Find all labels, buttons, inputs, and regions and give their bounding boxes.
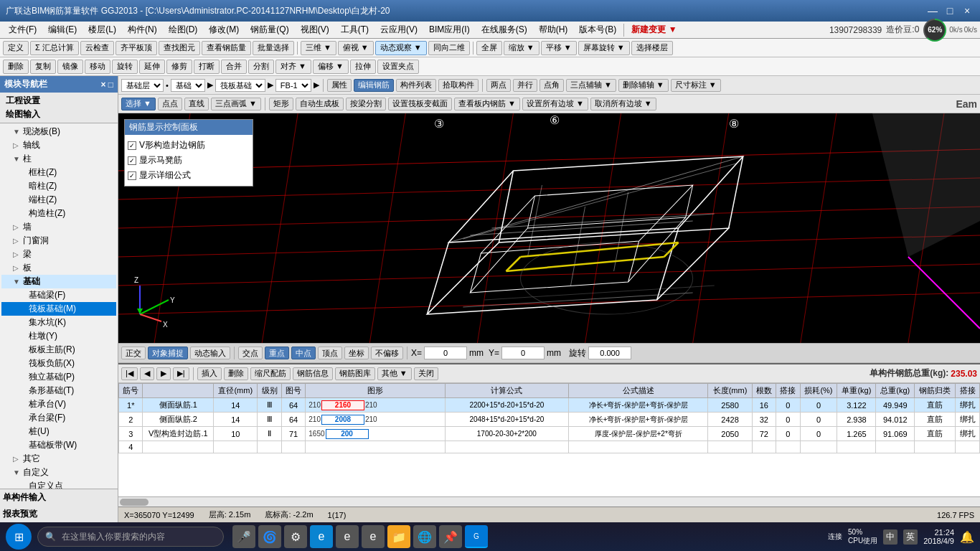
btn-rotate[interactable]: 旋转: [112, 60, 138, 74]
taskbar-app-8[interactable]: 🌐: [413, 525, 436, 548]
btn-point-angle[interactable]: 点角: [540, 79, 564, 92]
taskbar-lang[interactable]: 中: [883, 529, 897, 545]
taskbar-app-2[interactable]: 🌀: [258, 525, 281, 548]
menu-edit[interactable]: 编辑(E): [42, 22, 83, 37]
minimize-button[interactable]: —: [925, 4, 940, 18]
btn-dynamic-view[interactable]: 动态观察 ▼: [375, 41, 427, 55]
sidebar-item-single-input[interactable]: 单构件输入: [0, 489, 118, 506]
btn-auto-gen[interactable]: 自动生成板: [296, 98, 344, 110]
btn-split[interactable]: 分割: [248, 60, 274, 74]
sidebar-item-report[interactable]: 报表预览: [0, 506, 118, 522]
sidebar-item-strip-found[interactable]: 条形基础(T): [1, 384, 116, 397]
menu-version[interactable]: 版本号(B): [573, 22, 622, 37]
start-button[interactable]: ⊞: [6, 524, 32, 550]
btn-set-grip[interactable]: 设置夹点: [377, 60, 419, 74]
sidebar-item-draw[interactable]: 绘图输入: [3, 108, 115, 121]
rebar-table-wrapper[interactable]: 筋号 直径(mm) 级别 图号 图形 计算公式 公式描述 长度(mm) 根数 搭…: [118, 383, 980, 496]
btn-top-view[interactable]: 俯视 ▼: [338, 41, 374, 55]
sidebar-item-cap-beam[interactable]: 承台梁(F): [1, 411, 116, 425]
btn-pan[interactable]: 平移 ▼: [541, 41, 577, 55]
btn-rebar-info[interactable]: 钢筋信息: [293, 367, 333, 380]
btn-delete-row[interactable]: 删除: [224, 367, 248, 380]
sidebar-item-raft[interactable]: 筏板基础(M): [1, 302, 116, 316]
btn-endpoint[interactable]: 重点: [265, 347, 289, 359]
layer-select[interactable]: 基础层: [121, 79, 164, 92]
sidebar-item-wall[interactable]: ▷墙: [1, 220, 116, 234]
sidebar-item-hidden-column[interactable]: 暗柱(Z): [1, 179, 116, 193]
btn-view-rebar[interactable]: 查看钢筋量: [202, 41, 251, 55]
sidebar-item-column[interactable]: ▼柱: [1, 152, 116, 166]
menu-help[interactable]: 帮助(H): [533, 22, 574, 37]
sidebar-item-foundation[interactable]: ▼基础: [1, 275, 116, 288]
menu-modify[interactable]: 修改(M): [203, 22, 245, 37]
btn-move[interactable]: 移动: [85, 60, 110, 74]
btn-two-points[interactable]: 两点: [486, 79, 511, 92]
btn-insert-row[interactable]: 插入: [197, 367, 222, 380]
menu-bim[interactable]: BIM应用(I): [423, 22, 476, 37]
btn-set-cross-section[interactable]: 设置筏板变截面: [388, 98, 452, 110]
btn-close-panel[interactable]: 关闭: [414, 367, 438, 380]
taskbar-ime[interactable]: 英: [903, 529, 918, 545]
close-button[interactable]: ×: [960, 4, 974, 18]
taskbar-app-4[interactable]: e: [310, 525, 333, 548]
sidebar-item-door-window[interactable]: ▷门窗洞: [1, 234, 116, 248]
btn-set-all-slope[interactable]: 设置所有边坡 ▼: [522, 98, 588, 110]
taskbar-search[interactable]: 🔍 在这里输入你要搜索的内容: [37, 527, 224, 547]
btn-ortho[interactable]: 正交: [121, 347, 146, 359]
y-input[interactable]: [501, 347, 545, 359]
maximize-button[interactable]: □: [943, 4, 957, 18]
sidebar-item-frame-column[interactable]: 框柱(Z): [1, 166, 116, 179]
sidebar-item-board[interactable]: ▷板: [1, 261, 116, 275]
taskbar-app-active[interactable]: G: [465, 525, 488, 548]
btn-calculate[interactable]: Σ 汇总计算: [30, 41, 79, 55]
btn-same-dir[interactable]: 同向二维: [428, 41, 470, 55]
table-scrollbar[interactable]: [118, 496, 980, 507]
btn-stretch[interactable]: 拉伸: [350, 60, 376, 74]
btn-nav-last[interactable]: ▶|: [173, 367, 189, 380]
menu-floor[interactable]: 楼层(L): [83, 22, 122, 37]
btn-properties[interactable]: 属性: [327, 79, 352, 92]
sidebar-item-slab[interactable]: ▼现浇板(B): [1, 125, 116, 138]
taskbar-app-6[interactable]: e: [362, 525, 385, 548]
menu-file[interactable]: 文件(F): [3, 22, 42, 37]
menu-rebar-qty[interactable]: 钢筋量(Q): [245, 22, 294, 37]
btn-other[interactable]: 其他 ▼: [377, 367, 412, 380]
checkbox-formula[interactable]: [128, 171, 136, 180]
float-panel-item-3[interactable]: 显示详细公式: [128, 168, 250, 183]
btn-edit-rebar[interactable]: 编辑钢筋: [354, 79, 394, 92]
btn-select-floor[interactable]: 选择楼层: [631, 41, 673, 55]
btn-cloud-check[interactable]: 云检查: [80, 41, 114, 55]
sidebar-item-other[interactable]: ▷其它: [1, 452, 116, 466]
table-row[interactable]: 3 V型构造封边筋.1 10 Ⅱ 71 1650 200 1700-20-30+…: [119, 427, 980, 441]
sidebar-item-pile[interactable]: 桩(U): [1, 425, 116, 438]
taskbar-app-3[interactable]: ⚙: [284, 525, 307, 548]
btn-mirror[interactable]: 镜像: [57, 60, 83, 74]
btn-arc[interactable]: 三点画弧 ▼: [211, 98, 261, 110]
btn-pick-component[interactable]: 拾取构件: [438, 79, 479, 92]
sidebar-item-col-cap[interactable]: 柱墩(Y): [1, 329, 116, 343]
btn-screen-rotate[interactable]: 屏幕旋转 ▼: [578, 41, 630, 55]
btn-no-offset[interactable]: 不偏移: [371, 347, 403, 359]
taskbar-app-1[interactable]: 🎤: [232, 525, 255, 548]
x-input[interactable]: [424, 347, 467, 359]
btn-point[interactable]: 点点: [158, 98, 182, 110]
btn-coord[interactable]: 坐标: [344, 347, 369, 359]
btn-nav-first[interactable]: |◀: [121, 367, 138, 380]
taskbar-app-7[interactable]: 📁: [387, 525, 410, 548]
btn-midpoint[interactable]: 中点: [291, 347, 316, 359]
taskbar-app-5[interactable]: e: [336, 525, 359, 548]
sidebar-item-isolated-found[interactable]: 独立基础(P): [1, 370, 116, 384]
viewport-3d[interactable]: ③ ⑥ ⑧ Y X Z 钢筋显示控制面板: [118, 113, 980, 343]
btn-rect[interactable]: 矩形: [269, 98, 293, 110]
btn-align-top[interactable]: 齐平板顶: [116, 41, 157, 55]
btn-trim[interactable]: 修剪: [166, 60, 192, 74]
taskbar-app-9[interactable]: 📌: [439, 525, 462, 548]
sidebar-item-found-strip[interactable]: 基础板带(W): [1, 438, 116, 452]
checkbox-chair[interactable]: [128, 156, 136, 165]
taskbar-notification[interactable]: 🔔: [960, 530, 974, 544]
sidebar-item-struct-column[interactable]: 构造柱(Z): [1, 207, 116, 220]
btn-extend[interactable]: 延伸: [139, 60, 165, 74]
sidebar-item-custom-point[interactable]: 自定义点: [1, 479, 116, 489]
btn-line[interactable]: 直线: [184, 98, 209, 110]
btn-nav-next[interactable]: ▶: [156, 367, 171, 380]
